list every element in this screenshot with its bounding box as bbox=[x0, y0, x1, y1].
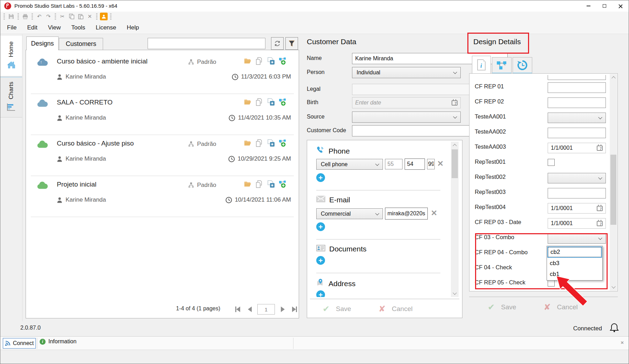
customer-save-button[interactable]: Save bbox=[336, 305, 351, 313]
phone-number-input[interactable] bbox=[427, 159, 435, 169]
last-page-button[interactable] bbox=[290, 305, 299, 314]
save-icon[interactable] bbox=[7, 13, 15, 20]
connect-button[interactable]: Connect bbox=[3, 338, 36, 349]
customer-scrollbar[interactable] bbox=[451, 142, 459, 297]
export-design-icon[interactable] bbox=[267, 98, 275, 106]
scroll-up-icon[interactable] bbox=[453, 144, 456, 148]
field-text-input[interactable] bbox=[548, 188, 606, 198]
copy-design-icon[interactable] bbox=[256, 98, 263, 106]
scrollbar-thumb[interactable] bbox=[610, 155, 616, 225]
tab-design-info[interactable]: i bbox=[472, 56, 491, 73]
open-folder-icon[interactable] bbox=[244, 98, 252, 106]
tab-designs[interactable]: Designs bbox=[26, 36, 59, 50]
design-row[interactable]: ↑ SALA - CORRETO Karine Miranda 11/4/202… bbox=[31, 94, 294, 135]
menu-item[interactable]: Edit bbox=[22, 24, 42, 31]
export-design-icon[interactable] bbox=[267, 57, 275, 65]
email-value-input[interactable] bbox=[385, 208, 428, 220]
tab-customers[interactable]: Customers bbox=[59, 38, 103, 50]
phone-title: Phone bbox=[329, 147, 350, 155]
menu-item[interactable]: Help bbox=[122, 24, 144, 31]
design-row[interactable]: ↑ Curso básico - Ajuste piso Padrão Kari… bbox=[31, 135, 294, 176]
calendar-icon[interactable] bbox=[597, 146, 603, 151]
field-date-input[interactable]: 1/1/0001 bbox=[548, 143, 606, 153]
next-page-button[interactable] bbox=[278, 305, 287, 314]
field-date-input[interactable]: Enter date bbox=[352, 97, 461, 108]
add-connection-icon[interactable] bbox=[279, 139, 286, 147]
field-select[interactable] bbox=[352, 112, 461, 123]
menu-item[interactable]: License bbox=[90, 24, 122, 31]
copy-icon[interactable] bbox=[68, 13, 75, 20]
notification-bell-icon[interactable] bbox=[610, 323, 619, 335]
field-date-input[interactable]: 1/1/0001 bbox=[548, 218, 606, 229]
calendar-icon[interactable] bbox=[452, 100, 458, 106]
field-checkbox[interactable] bbox=[548, 159, 555, 166]
information-item[interactable]: i Information bbox=[40, 338, 76, 345]
dismiss-x-icon[interactable]: × bbox=[621, 339, 624, 345]
copy-design-icon[interactable] bbox=[256, 139, 263, 147]
search-input[interactable] bbox=[148, 38, 265, 49]
sidebar-tab-charts[interactable]: Charts bbox=[0, 77, 22, 117]
scrollbar-thumb[interactable] bbox=[452, 149, 458, 178]
tab-design-tree[interactable] bbox=[492, 57, 512, 73]
paste-icon[interactable] bbox=[77, 13, 84, 20]
user-account-icon[interactable] bbox=[100, 13, 108, 20]
add-document-button[interactable] bbox=[316, 256, 325, 265]
calendar-icon[interactable] bbox=[597, 206, 603, 211]
export-design-icon[interactable] bbox=[267, 180, 275, 188]
design-row[interactable]: ↑ Curso básico - ambiente inicial Padrão… bbox=[31, 53, 294, 94]
design-row[interactable]: ↑ Projeto inicial Padrão Karine Miranda … bbox=[31, 176, 294, 217]
field-select[interactable] bbox=[548, 173, 606, 183]
phone-remove-icon[interactable] bbox=[436, 160, 445, 168]
add-connection-icon[interactable] bbox=[279, 98, 286, 106]
field-select[interactable]: Individual bbox=[352, 67, 461, 78]
email-type-select[interactable]: Commercial bbox=[316, 208, 383, 219]
email-remove-icon[interactable] bbox=[430, 209, 438, 217]
minimize-button[interactable] bbox=[580, 0, 596, 12]
close-button[interactable] bbox=[613, 0, 629, 12]
field-text-input[interactable] bbox=[548, 128, 606, 138]
scroll-up-icon[interactable] bbox=[611, 76, 615, 80]
copy-design-icon[interactable] bbox=[256, 57, 263, 65]
undo-icon[interactable]: ↶ bbox=[35, 13, 43, 20]
open-folder-icon[interactable] bbox=[244, 139, 252, 147]
menu-item[interactable]: Tools bbox=[66, 24, 90, 31]
scroll-down-icon[interactable] bbox=[611, 284, 615, 288]
filter-button[interactable] bbox=[285, 37, 298, 50]
first-page-button[interactable] bbox=[234, 305, 242, 314]
add-connection-icon[interactable] bbox=[279, 57, 286, 65]
phone-type-select[interactable]: Cell phone bbox=[316, 159, 383, 170]
phone-area-input[interactable] bbox=[405, 159, 425, 170]
phone-icon bbox=[316, 146, 325, 156]
field-text-input[interactable] bbox=[548, 75, 606, 80]
maximize-button[interactable] bbox=[596, 0, 613, 12]
field-select[interactable] bbox=[548, 113, 606, 123]
tab-design-history[interactable] bbox=[513, 57, 532, 73]
design-save-button[interactable]: Save bbox=[501, 303, 516, 311]
add-connection-icon[interactable] bbox=[279, 180, 286, 188]
redo-icon[interactable]: ↷ bbox=[45, 13, 52, 20]
sidebar-tab-home[interactable]: Home bbox=[0, 36, 22, 76]
refresh-button[interactable] bbox=[271, 37, 284, 50]
export-design-icon[interactable] bbox=[267, 139, 275, 147]
customer-cancel-button[interactable]: Cancel bbox=[392, 305, 413, 313]
field-text-input[interactable] bbox=[548, 97, 606, 108]
print-icon[interactable] bbox=[21, 13, 29, 20]
prev-page-button[interactable] bbox=[245, 305, 254, 314]
cut-icon[interactable]: ✂ bbox=[59, 13, 66, 20]
menu-item[interactable]: File bbox=[2, 24, 22, 31]
page-number-input[interactable]: 1 bbox=[257, 304, 275, 315]
add-phone-button[interactable] bbox=[316, 173, 325, 182]
copy-design-icon[interactable] bbox=[256, 180, 263, 188]
field-date-input[interactable]: 1/1/0001 bbox=[548, 203, 606, 214]
menu-item[interactable]: View bbox=[43, 24, 66, 31]
design-fields-scrollbar[interactable] bbox=[610, 74, 617, 291]
add-address-button[interactable] bbox=[316, 290, 325, 297]
open-folder-icon[interactable] bbox=[244, 57, 252, 65]
field-text-input[interactable] bbox=[548, 82, 606, 93]
calendar-icon[interactable] bbox=[597, 221, 603, 226]
open-folder-icon[interactable] bbox=[244, 180, 252, 188]
add-email-button[interactable] bbox=[316, 222, 325, 231]
phone-country-input[interactable] bbox=[385, 159, 403, 169]
scroll-down-icon[interactable] bbox=[453, 291, 456, 295]
delete-icon[interactable]: ✕ bbox=[86, 13, 94, 20]
